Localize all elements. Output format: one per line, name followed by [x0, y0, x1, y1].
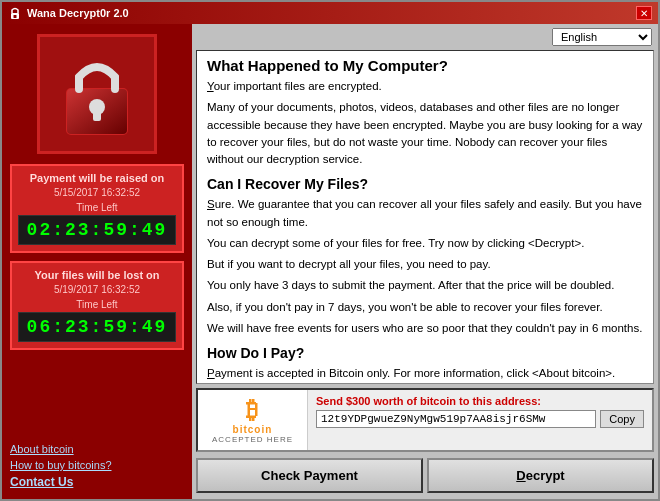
title-bar: Wana Decrypt0r 2.0 ✕ — [2, 2, 658, 24]
window-icon — [8, 6, 22, 20]
bitcoin-symbol: ₿ — [246, 396, 258, 424]
para-poor: We will have free events for users who a… — [207, 320, 643, 337]
lost-date: 5/19/2017 16:32:52 — [18, 284, 176, 295]
payment-raised-box: Payment will be raised on 5/15/2017 16:3… — [10, 164, 184, 253]
bitcoin-accepted-text: ACCEPTED HERE — [212, 435, 293, 444]
bitcoin-address-section: Send $300 worth of bitcoin to this addre… — [308, 390, 652, 450]
svg-rect-5 — [93, 109, 101, 121]
para-details: Many of your documents, photos, videos, … — [207, 99, 643, 168]
decrypt-rest: ecrypt — [526, 468, 565, 483]
lost-time-label: Time Left — [18, 299, 176, 310]
bitcoin-logo: ₿ bitcoin ACCEPTED HERE — [198, 390, 308, 450]
files-lost-box: Your files will be lost on 5/19/2017 16:… — [10, 261, 184, 350]
lost-label: Your files will be lost on — [18, 269, 176, 281]
para-encrypted: Your important files are encrypted. — [207, 78, 643, 95]
payment-label: Payment will be raised on — [18, 172, 176, 184]
heading-recover: Can I Recover My Files? — [207, 176, 643, 192]
decrypt-label: Decrypt — [516, 468, 564, 483]
para-recover-1: Sure. We guarantee that you can recover … — [207, 196, 643, 231]
language-select[interactable]: English Chinese Spanish French German Ja… — [552, 28, 652, 46]
bitcoin-row: ₿ bitcoin ACCEPTED HERE Send $300 worth … — [196, 388, 654, 452]
payment-timer: 02:23:59:49 — [18, 215, 176, 245]
bitcoin-send-label: Send $300 worth of bitcoin to this addre… — [316, 395, 644, 407]
title-bar-left: Wana Decrypt0r 2.0 — [8, 6, 129, 20]
para-7-days: Also, if you don't pay in 7 days, you wo… — [207, 299, 643, 316]
heading-how-pay: How Do I Pay? — [207, 345, 643, 361]
payment-time-label: Time Left — [18, 202, 176, 213]
right-panel: English Chinese Spanish French German Ja… — [192, 24, 658, 499]
copy-button[interactable]: Copy — [600, 410, 644, 428]
bitcoin-address-row: Copy — [316, 410, 644, 428]
para-recover-1-text: ure. We guarantee that you can recover a… — [207, 198, 642, 227]
about-bitcoin-link[interactable]: About bitcoin — [10, 443, 184, 455]
payment-date: 5/15/2017 16:32:52 — [18, 187, 176, 198]
language-bar: English Chinese Spanish French German Ja… — [192, 24, 658, 50]
content-scroll-area[interactable]: What Happened to My Computer? Your impor… — [196, 50, 654, 384]
para-need-pay: But if you want to decrypt all your file… — [207, 256, 643, 273]
bitcoin-name: bitcoin — [233, 424, 273, 435]
bitcoin-address-input[interactable] — [316, 410, 596, 428]
para-decrypt-free: You can decrypt some of your files for f… — [207, 235, 643, 252]
check-payment-label: Check Payment — [261, 468, 358, 483]
first-letter-y: Y — [207, 80, 214, 92]
lock-icon — [57, 49, 137, 139]
close-button[interactable]: ✕ — [636, 6, 652, 20]
para-bitcoin-only: Payment is accepted in Bitcoin only. For… — [207, 365, 643, 382]
contact-us-link[interactable]: Contact Us — [10, 475, 184, 489]
left-panel: Payment will be raised on 5/15/2017 16:3… — [2, 24, 192, 499]
left-links: About bitcoin How to buy bitcoins? Conta… — [10, 443, 184, 489]
bitcoin-section: ₿ bitcoin ACCEPTED HERE Send $300 worth … — [192, 384, 658, 499]
window-title: Wana Decrypt0r 2.0 — [27, 7, 129, 19]
main-content: Payment will be raised on 5/15/2017 16:3… — [2, 24, 658, 499]
heading-what-happened: What Happened to My Computer? — [207, 57, 643, 74]
para-3-days: You only have 3 days to submit the payme… — [207, 277, 643, 294]
button-row: Check Payment Decrypt — [196, 456, 654, 495]
svg-rect-1 — [14, 15, 17, 18]
decrypt-underline-d: D — [516, 468, 525, 483]
lock-icon-container — [37, 34, 157, 154]
how-to-buy-link[interactable]: How to buy bitcoins? — [10, 459, 184, 471]
lost-timer: 06:23:59:49 — [18, 312, 176, 342]
bitcoin-logo-inner: ₿ bitcoin ACCEPTED HERE — [212, 396, 293, 444]
main-window: Wana Decrypt0r 2.0 ✕ — [0, 0, 660, 501]
check-payment-button[interactable]: Check Payment — [196, 458, 423, 493]
decrypt-button[interactable]: Decrypt — [427, 458, 654, 493]
